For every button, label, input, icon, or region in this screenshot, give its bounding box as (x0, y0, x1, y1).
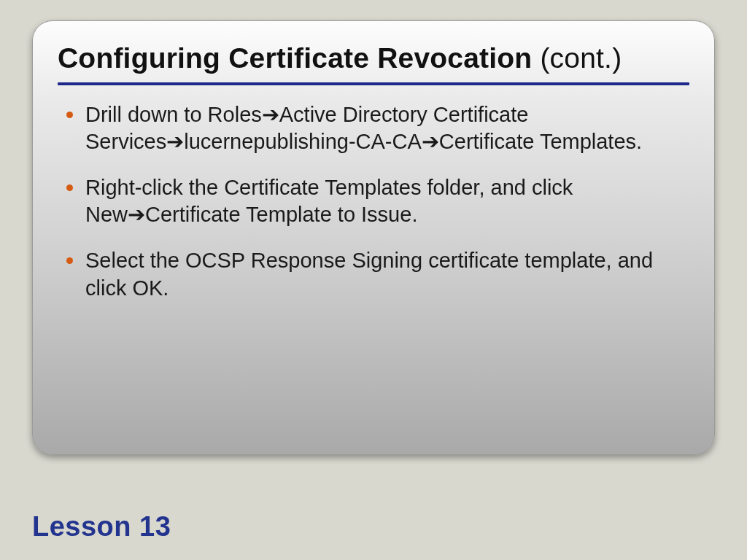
arrow-icon: ➔ (128, 203, 145, 226)
title-underline (58, 82, 689, 85)
list-item: Select the OCSP Response Signing certifi… (63, 247, 689, 301)
list-item: Right-click the Certificate Templates fo… (63, 174, 689, 228)
list-item: Drill down to Roles➔Active Directory Cer… (63, 101, 689, 155)
arrow-icon: ➔ (166, 130, 184, 153)
slide-card: Configuring Certificate Revocation (cont… (32, 20, 715, 455)
lesson-label: Lesson 13 (32, 511, 171, 542)
slide-title: Configuring Certificate Revocation (cont… (58, 42, 689, 75)
bullet-list: Drill down to Roles➔Active Directory Cer… (58, 101, 689, 302)
arrow-icon: ➔ (422, 130, 439, 153)
title-main: Configuring Certificate Revocation (58, 42, 532, 74)
arrow-icon: ➔ (262, 103, 279, 126)
title-suffix: (cont.) (532, 42, 622, 74)
